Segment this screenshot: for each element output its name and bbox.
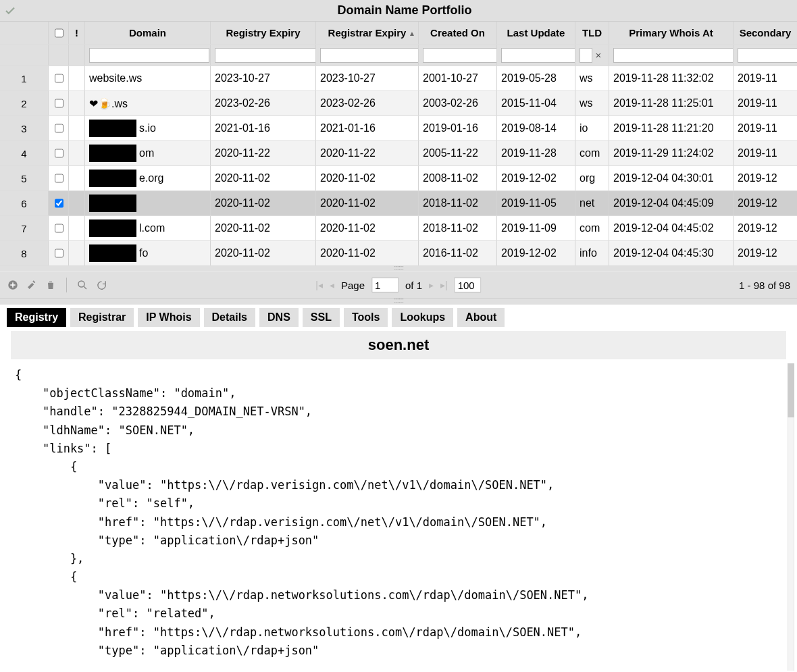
- cell-tld: info: [575, 241, 609, 265]
- cell-secondary: 2019-11: [734, 66, 797, 91]
- detail-domain-header: soen.net: [11, 331, 786, 359]
- col-domain[interactable]: Domain: [85, 22, 211, 44]
- table-row[interactable]: 4om2020-11-222020-11-222005-11-222019-11…: [0, 141, 797, 166]
- first-page-icon[interactable]: |◂: [315, 280, 323, 290]
- tab-lookups[interactable]: Lookups: [392, 308, 453, 327]
- col-primary-whois[interactable]: Primary Whois At: [609, 22, 734, 44]
- cell-created-on: 2016-11-02: [419, 241, 497, 265]
- row-checkbox[interactable]: [55, 224, 63, 233]
- filter-rownum: [0, 45, 49, 66]
- cell-tld: com: [575, 141, 609, 165]
- tab-ssl[interactable]: SSL: [303, 308, 340, 327]
- table-row[interactable]: 1website.ws2023-10-272023-10-272001-10-2…: [0, 66, 797, 91]
- filter-pwhois-input[interactable]: [613, 48, 734, 63]
- next-page-icon[interactable]: ▸: [429, 280, 434, 290]
- trash-icon[interactable]: [45, 279, 57, 291]
- filter-domain-input[interactable]: [89, 48, 209, 63]
- row-checkbox[interactable]: [55, 249, 63, 258]
- cell-domain: s.io: [85, 116, 211, 140]
- grid-splitter[interactable]: [0, 266, 797, 272]
- col-tld[interactable]: TLD: [575, 22, 609, 44]
- cell-domain: [85, 191, 211, 215]
- cell-registrar-expiry: 2020-11-02: [316, 191, 419, 215]
- tab-details[interactable]: Details: [204, 308, 255, 327]
- table-row[interactable]: 62020-11-022020-11-022018-11-022019-11-0…: [0, 191, 797, 216]
- tab-registry[interactable]: Registry: [7, 308, 66, 327]
- col-registry-expiry[interactable]: Registry Expiry: [211, 22, 316, 44]
- row-checkbox[interactable]: [55, 124, 63, 133]
- row-alert: [69, 66, 85, 91]
- add-icon[interactable]: [7, 279, 19, 291]
- sort-indicator-icon: ▲: [409, 29, 415, 36]
- cell-registrar-expiry: 2023-02-26: [316, 91, 419, 115]
- filter-registry-expiry-input[interactable]: [215, 48, 316, 63]
- tab-tools[interactable]: Tools: [344, 308, 388, 327]
- col-created-on[interactable]: Created On: [419, 22, 497, 44]
- filter-update-input[interactable]: [501, 48, 575, 63]
- cell-created-on: 2005-11-22: [419, 141, 497, 165]
- row-checkbox[interactable]: [55, 174, 63, 183]
- row-checkbox[interactable]: [55, 99, 63, 108]
- tab-ipwhois[interactable]: IP Whois: [138, 308, 199, 327]
- redacted-text: [89, 195, 136, 212]
- scrollbar[interactable]: [788, 363, 794, 671]
- cell-last-update: 2019-11-28: [497, 141, 575, 165]
- filter-created: ×: [419, 45, 497, 66]
- col-secondary[interactable]: Secondary: [734, 22, 797, 44]
- row-checkbox[interactable]: [55, 74, 63, 83]
- last-page-icon[interactable]: ▸|: [440, 280, 448, 290]
- cell-registry-expiry: 2023-02-26: [211, 91, 316, 115]
- col-checkbox[interactable]: [49, 22, 69, 44]
- col-last-update[interactable]: Last Update: [497, 22, 575, 44]
- col-registrar-expiry[interactable]: Registrar Expiry ▲: [316, 22, 419, 44]
- select-all-checkbox[interactable]: [55, 28, 63, 38]
- row-number: 6: [0, 191, 49, 215]
- table-row[interactable]: 7l.com2020-11-022020-11-022018-11-022019…: [0, 216, 797, 241]
- row-alert: [69, 216, 85, 240]
- grid-body: 1website.ws2023-10-272023-10-272001-10-2…: [0, 66, 797, 266]
- page-number-input[interactable]: [371, 278, 398, 292]
- col-alert[interactable]: !: [69, 22, 85, 44]
- tab-about[interactable]: About: [457, 308, 505, 327]
- cell-registry-expiry: 2020-11-02: [211, 241, 316, 265]
- prev-page-icon[interactable]: ◂: [330, 280, 334, 290]
- cell-registry-expiry: 2020-11-02: [211, 191, 316, 215]
- cell-primary-whois: 2019-12-04 04:45:02: [609, 216, 734, 240]
- filter-domain: ×: [85, 45, 211, 66]
- tab-registrar[interactable]: Registrar: [70, 308, 134, 327]
- panel-splitter[interactable]: [0, 299, 797, 305]
- search-icon[interactable]: [76, 279, 88, 291]
- filter-swhois-input[interactable]: [738, 48, 797, 63]
- filter-created-input[interactable]: [423, 48, 497, 63]
- table-row[interactable]: 5e.org2020-11-022020-11-022008-11-022019…: [0, 166, 797, 191]
- refresh-icon[interactable]: [95, 279, 107, 291]
- row-checkbox[interactable]: [55, 199, 63, 208]
- cell-created-on: 2019-01-16: [419, 116, 497, 140]
- table-row[interactable]: 3s.io2021-01-162021-01-162019-01-162019-…: [0, 116, 797, 141]
- redacted-text: [89, 244, 136, 262]
- filter-registrar-expiry-input[interactable]: [320, 48, 419, 63]
- row-number: 2: [0, 91, 49, 115]
- check-icon: [4, 5, 16, 17]
- detail-panel: soen.net { "objectClassName": "domain", …: [0, 331, 797, 671]
- table-row[interactable]: 8fo2020-11-022020-11-022016-11-022019-12…: [0, 241, 797, 266]
- filter-check: [49, 45, 69, 66]
- row-check-cell: [49, 216, 69, 240]
- table-row[interactable]: 2❤🍺.ws2023-02-262023-02-262003-02-262015…: [0, 91, 797, 116]
- scrollbar-thumb[interactable]: [788, 363, 794, 417]
- tab-dns[interactable]: DNS: [259, 308, 299, 327]
- cell-registrar-expiry: 2020-11-02: [316, 166, 419, 190]
- row-alert: [69, 191, 85, 215]
- grid-header-row: ! Domain Registry Expiry Registrar Expir…: [0, 22, 797, 45]
- cell-secondary: 2019-12: [734, 166, 797, 190]
- edit-icon[interactable]: [26, 279, 38, 291]
- page-size-input[interactable]: [455, 278, 482, 292]
- clear-icon[interactable]: ×: [592, 49, 605, 61]
- row-check-cell: [49, 241, 69, 265]
- row-number: 1: [0, 66, 49, 91]
- pager: |◂ ◂ Page of 1 ▸ ▸|: [315, 278, 481, 292]
- filter-tld-input[interactable]: [580, 48, 592, 63]
- cell-primary-whois: 2019-11-28 11:21:20: [609, 116, 734, 140]
- row-checkbox[interactable]: [55, 149, 63, 158]
- redacted-text: [89, 120, 136, 137]
